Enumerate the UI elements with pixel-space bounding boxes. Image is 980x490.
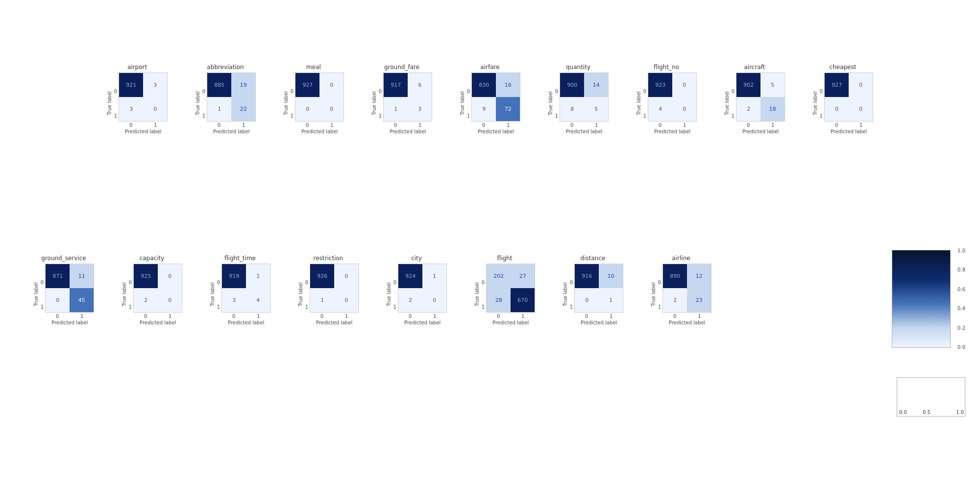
cm-cell-flight_time-0: 919 bbox=[222, 264, 246, 288]
cm-distance: distanceTrue label01916100101Predicted l… bbox=[551, 255, 635, 325]
cm-ytick: 0 bbox=[732, 89, 735, 94]
cm-inner-distance: 916100101Predicted label bbox=[574, 264, 623, 325]
cm-cell-ground_fare-2: 1 bbox=[384, 97, 408, 121]
cm-yticks-flight_time: 01 bbox=[217, 270, 220, 319]
cm-cell-cheapest-0: 927 bbox=[825, 73, 849, 97]
cm-wrapper-capacity: True label0192502001Predicted label bbox=[122, 264, 182, 325]
cm-xticks-aircraft: 01 bbox=[736, 122, 785, 128]
cm-cell-cheapest-1: 0 bbox=[849, 73, 873, 97]
cm-xticks-ground_service: 01 bbox=[45, 314, 94, 319]
cm-title-airfare: airfare bbox=[480, 64, 499, 71]
cm-xticks-flight_no: 01 bbox=[648, 122, 697, 128]
cm-ytick: 1 bbox=[732, 113, 735, 119]
colorbar-tick-0.2: 0.2 bbox=[957, 325, 965, 331]
cm-cell-restriction-3: 0 bbox=[334, 288, 358, 312]
cm-xtick: 0 bbox=[129, 122, 132, 128]
cm-ytick: 1 bbox=[305, 304, 308, 310]
cm-wrapper-flight_no: True label0192304001Predicted label bbox=[636, 73, 697, 134]
cm-xlabel-airport: Predicted label bbox=[119, 129, 168, 134]
cm-inner-restriction: 92601001Predicted label bbox=[310, 264, 359, 325]
cm-cell-quantity-1: 14 bbox=[584, 73, 608, 97]
cm-xticks-quantity: 01 bbox=[560, 122, 609, 128]
cm-cell-abbreviation-3: 22 bbox=[231, 97, 255, 121]
cm-flight_time: flight_timeTrue label0191913401Predicted… bbox=[198, 255, 282, 325]
cm-cell-distance-2: 0 bbox=[575, 288, 599, 312]
cm-cell-city-3: 0 bbox=[422, 288, 446, 312]
cm-xtick: 1 bbox=[859, 122, 862, 128]
cm-grid-aircraft: 9025218 bbox=[736, 73, 785, 122]
cm-cell-capacity-3: 0 bbox=[158, 288, 182, 312]
cm-cell-flight-1: 27 bbox=[511, 264, 535, 288]
cm-ytick: 1 bbox=[217, 304, 220, 310]
cm-xlabel-quantity: Predicted label bbox=[560, 129, 609, 134]
cm-ylabel-aircraft: True label bbox=[724, 79, 730, 128]
cm-inner-ground_service: 8711104501Predicted label bbox=[45, 264, 94, 325]
colorbar-tick-0.6: 0.6 bbox=[957, 287, 965, 292]
cm-inner-aircraft: 902521801Predicted label bbox=[736, 73, 785, 134]
cm-cell-restriction-0: 926 bbox=[310, 264, 334, 288]
cm-cell-meal-1: 0 bbox=[319, 73, 343, 97]
cm-wrapper-ground_service: True label018711104501Predicted label bbox=[33, 264, 94, 325]
cm-cell-quantity-0: 900 bbox=[560, 73, 584, 97]
cm-title-distance: distance bbox=[581, 255, 606, 262]
cm-xtick: 0 bbox=[585, 314, 588, 319]
cm-ylabel-city: True label bbox=[386, 270, 392, 319]
cm-xlabel-aircraft: Predicted label bbox=[736, 129, 785, 134]
cm-xlabel-abbreviation: Predicted label bbox=[207, 129, 256, 134]
cm-ytick: 0 bbox=[570, 280, 573, 285]
cm-grid-restriction: 926010 bbox=[310, 264, 359, 313]
colorbar: 1.0 0.8 0.6 0.4 0.2 0.0 0.0 0.5 1.0 bbox=[887, 240, 965, 372]
cm-grid-airfare: 83016972 bbox=[471, 73, 520, 122]
cm-ylabel-flight_no: True label bbox=[636, 79, 641, 128]
cm-wrapper-quantity: True label01900148501Predicted label bbox=[548, 73, 609, 134]
cm-yticks-meal: 01 bbox=[291, 79, 294, 128]
cm-yticks-airport: 01 bbox=[114, 79, 117, 128]
cm-cell-meal-3: 0 bbox=[319, 97, 343, 121]
cm-xticks-flight: 01 bbox=[486, 314, 535, 319]
cm-xtick: 1 bbox=[418, 122, 421, 128]
cm-grid-airport: 921330 bbox=[119, 73, 168, 122]
cm-title-city: city bbox=[411, 255, 422, 262]
cm-cell-meal-0: 927 bbox=[295, 73, 319, 97]
cm-xticks-ground_fare: 01 bbox=[383, 122, 432, 128]
cm-xtick: 0 bbox=[482, 122, 485, 128]
cm-xlabel-airfare: Predicted label bbox=[471, 129, 520, 134]
cm-xlabel-city: Predicted label bbox=[398, 320, 447, 325]
cm-abbreviation: abbreviationTrue label018851912201Predic… bbox=[184, 64, 267, 134]
cm-grid-ground_fare: 917613 bbox=[383, 73, 432, 122]
cm-grid-quantity: 9001485 bbox=[560, 73, 609, 122]
cm-ytick: 0 bbox=[379, 89, 382, 94]
cm-yticks-flight: 01 bbox=[482, 270, 485, 319]
cm-cell-flight_no-3: 0 bbox=[672, 97, 696, 121]
cm-cell-aircraft-0: 902 bbox=[736, 73, 760, 97]
cm-grid-abbreviation: 88519122 bbox=[207, 73, 256, 122]
cm-cell-airfare-3: 72 bbox=[496, 97, 520, 121]
cm-xlabel-flight_time: Predicted label bbox=[221, 320, 270, 325]
cm-title-aircraft: aircraft bbox=[744, 64, 765, 71]
cm-cell-ground_fare-1: 6 bbox=[408, 73, 432, 97]
cm-ytick: 1 bbox=[291, 113, 294, 119]
cm-xlabel-flight: Predicted label bbox=[486, 320, 535, 325]
cm-inner-flight_time: 91913401Predicted label bbox=[221, 264, 270, 325]
cm-cell-restriction-2: 1 bbox=[310, 288, 334, 312]
cm-cell-airport-0: 921 bbox=[119, 73, 143, 97]
cm-ylabel-restriction: True label bbox=[298, 270, 303, 319]
cm-cell-airline-3: 23 bbox=[687, 288, 711, 312]
cm-cell-cheapest-2: 0 bbox=[825, 97, 849, 121]
cm-flight: flightTrue label01202272867001Predicted … bbox=[463, 255, 546, 325]
cm-ytick: 0 bbox=[467, 89, 470, 94]
cm-xlabel-capacity: Predicted label bbox=[133, 320, 182, 325]
cm-cell-distance-0: 916 bbox=[575, 264, 599, 288]
cm-cell-airport-1: 3 bbox=[143, 73, 167, 97]
cm-inner-cheapest: 92700001Predicted label bbox=[824, 73, 873, 134]
cm-wrapper-ground_fare: True label0191761301Predicted label bbox=[371, 73, 432, 134]
cm-xtick: 1 bbox=[771, 122, 774, 128]
cm-xticks-abbreviation: 01 bbox=[207, 122, 256, 128]
cm-xtick: 1 bbox=[330, 122, 333, 128]
cm-xtick: 0 bbox=[497, 314, 500, 319]
cm-ytick: 0 bbox=[41, 280, 44, 285]
cm-ytick: 1 bbox=[379, 113, 382, 119]
cm-xticks-capacity: 01 bbox=[133, 314, 182, 319]
cm-cell-city-2: 2 bbox=[398, 288, 422, 312]
cm-wrapper-flight_time: True label0191913401Predicted label bbox=[210, 264, 270, 325]
